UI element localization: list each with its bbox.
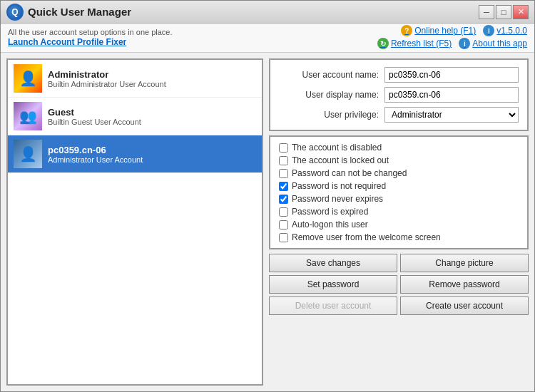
user-list-item[interactable]: 👥GuestBuiltin Guest User Account [8,98,262,135]
checkbox-row: Auto-logon this user [279,220,519,229]
about-link[interactable]: i About this app [459,38,527,49]
create-account-button[interactable]: Create user account [400,296,529,315]
right-panel: User account name: User display name: Us… [269,58,529,386]
checkbox-row: Password never expires [279,194,519,204]
checkbox-input[interactable] [279,143,288,153]
maximize-button[interactable]: □ [496,5,511,19]
nav-top-row: ? Online help (F1) i v1.5.0.0 [401,25,527,36]
checkbox-row: Password is expired [279,207,519,217]
account-name-input[interactable] [384,67,519,83]
user-desc: Builtin Guest User Account [48,118,141,126]
version-label: i v1.5.0.0 [483,25,527,36]
launch-profile-fixer-link[interactable]: Launch Account Profile Fixer [8,37,173,47]
checkbox-row: Password is not required [279,181,519,191]
online-help-link[interactable]: ? Online help (F1) [401,25,476,36]
privilege-row: User privilege: Administrator Standard U… [279,107,519,123]
user-avatar: 👤 [14,140,42,168]
privilege-label: User privilege: [279,110,379,120]
title-bar-left: Q Quick User Manager [6,4,131,21]
online-help-label: Online help (F1) [414,26,476,36]
account-name-row: User account name: [279,67,519,83]
user-avatar: 👤 [14,64,42,93]
subtitle-right: ? Online help (F1) i v1.5.0.0 ↻ Refresh … [377,25,527,49]
buttons-section: Save changes Change picture Set password… [269,254,529,315]
refresh-list-link[interactable]: ↻ Refresh list (F5) [377,38,452,49]
refresh-icon: ↻ [377,38,389,49]
checkbox-label: Auto-logon this user [292,220,368,229]
subtitle-bar: All the user account setup options in on… [1,24,534,53]
user-desc: Administrator User Account [48,155,143,164]
subtitle-left: All the user account setup options in on… [8,28,173,47]
refresh-list-label: Refresh list (F5) [391,38,452,48]
display-name-row: User display name: [279,87,519,103]
info-icon: i [483,25,494,36]
display-name-input[interactable] [384,87,519,103]
user-list-panel: 👤AdministratorBuiltin Administrator User… [6,58,263,386]
checkbox-row: The account is locked out [279,155,519,165]
change-picture-button[interactable]: Change picture [400,254,529,272]
user-info: pc0359.cn-06Administrator User Account [48,145,143,164]
nav-bottom-row: ↻ Refresh list (F5) i About this app [377,38,527,49]
user-name: pc0359.cn-06 [48,145,143,155]
about-label: About this app [472,38,527,48]
checkbox-label: Password is not required [292,181,386,191]
checkbox-row: Password can not be changed [279,168,519,178]
user-list-item[interactable]: 👤pc0359.cn-06Administrator User Account [8,135,262,173]
title-bar: Q Quick User Manager ─ □ ✕ [1,1,534,24]
set-password-button[interactable]: Set password [269,275,397,294]
checkbox-input[interactable] [279,156,288,165]
user-name: Administrator [48,69,166,80]
close-button[interactable]: ✕ [513,5,529,19]
minimize-button[interactable]: ─ [479,5,494,19]
checkbox-input[interactable] [279,233,288,242]
window-controls: ─ □ ✕ [479,5,529,19]
form-section: User account name: User display name: Us… [269,58,529,131]
version-text: v1.5.0.0 [496,26,527,36]
checkbox-input[interactable] [279,220,288,229]
user-info: GuestBuiltin Guest User Account [48,107,141,126]
user-list-item[interactable]: 👤AdministratorBuiltin Administrator User… [8,60,262,98]
app-icon: Q [6,4,24,21]
checkbox-label: Password can not be changed [292,168,407,178]
display-name-label: User display name: [279,90,379,100]
checkbox-label: Remove user from the welcome screen [292,232,441,242]
question-icon: ? [401,25,412,36]
about-icon: i [459,38,470,49]
window-title: Quick User Manager [28,6,131,18]
remove-password-button[interactable]: Remove password [400,275,529,294]
user-name: Guest [48,107,141,118]
checkbox-input[interactable] [279,195,288,204]
checkbox-label: The account is locked out [292,155,389,165]
app-tagline: All the user account setup options in on… [8,28,173,36]
checkbox-section: The account is disabledThe account is lo… [269,135,529,249]
save-changes-button[interactable]: Save changes [269,254,397,272]
user-avatar: 👥 [14,102,42,130]
checkbox-row: Remove user from the welcome screen [279,232,519,242]
delete-account-button[interactable]: Delete user account [269,296,397,315]
checkbox-input[interactable] [279,182,288,191]
checkbox-label: Password is expired [292,207,368,217]
account-name-label: User account name: [279,70,379,80]
user-desc: Builtin Administrator User Account [48,80,166,88]
privilege-select[interactable]: Administrator Standard User Guest [384,107,519,123]
checkbox-label: The account is disabled [292,143,382,153]
user-info: AdministratorBuiltin Administrator User … [48,69,166,88]
main-window: Q Quick User Manager ─ □ ✕ All the user … [0,0,535,392]
checkbox-label: Password never expires [292,194,383,204]
main-content: 👤AdministratorBuiltin Administrator User… [1,53,534,391]
checkbox-input[interactable] [279,169,288,178]
checkbox-row: The account is disabled [279,143,519,153]
checkbox-input[interactable] [279,207,288,217]
